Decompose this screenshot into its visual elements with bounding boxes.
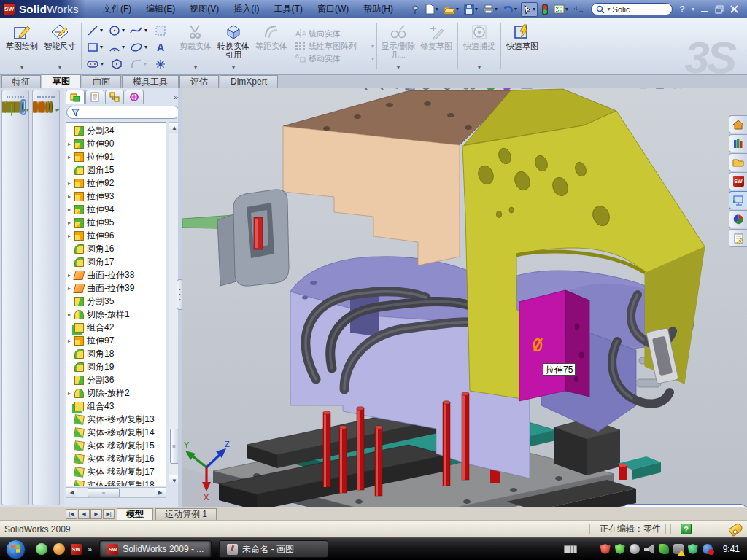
start-button[interactable]	[6, 540, 26, 559]
tree-item[interactable]: ▸实体-移动/复制16	[66, 452, 166, 465]
tree-item[interactable]: ▸切除-放样1	[66, 308, 166, 321]
tree-item[interactable]: ▸曲面-拉伸39	[66, 281, 166, 295]
more-tools-icon[interactable]: ..	[572, 2, 585, 17]
instant3d-button[interactable]	[23, 101, 24, 113]
volume-tray-icon[interactable]	[644, 544, 654, 554]
tree-item[interactable]: ▸分割36	[66, 373, 166, 386]
section-view-icon[interactable]	[404, 88, 416, 91]
design-library-tab[interactable]	[729, 134, 747, 152]
menu-file[interactable]: 文件(F)	[96, 1, 138, 18]
zoom-fit-icon[interactable]	[356, 88, 368, 91]
tree-item[interactable]: ▸分割35	[66, 295, 166, 308]
tree-item[interactable]: ▸实体-移动/复制13	[66, 413, 166, 426]
tab-features[interactable]: 特征	[1, 75, 41, 88]
guard-green-tray-icon[interactable]	[688, 544, 698, 554]
apply-scene-icon[interactable]: ▾	[500, 88, 517, 91]
undo-icon[interactable]: ▾	[501, 2, 519, 17]
select-region-icon[interactable]	[150, 22, 171, 39]
tree-item[interactable]: ▸组合43	[66, 400, 166, 413]
scroll-left-arrow[interactable]: ◀	[66, 488, 77, 497]
polygon-icon[interactable]	[106, 55, 128, 72]
shield-green-tray-icon[interactable]	[615, 544, 625, 554]
antivirus-tray-icon[interactable]	[600, 544, 611, 554]
move-entities-button[interactable]: 移动实体▾	[295, 53, 374, 64]
tree-item[interactable]: ▸圆角19	[66, 360, 166, 373]
tab-surfaces[interactable]: 曲面	[82, 75, 121, 88]
linear-sketch-pattern-button[interactable]: 线性草图阵列▾	[295, 41, 374, 52]
nav-first-button[interactable]: |◀	[66, 509, 77, 519]
display-delete-relations-button[interactable]: 显示/删除几...▾	[379, 20, 417, 72]
menu-edit[interactable]: 编辑(E)	[139, 1, 182, 18]
save-icon[interactable]: ▾	[462, 2, 479, 17]
tab-featuremanager[interactable]	[66, 90, 85, 104]
tab-propertymanager[interactable]	[85, 90, 104, 104]
pin-icon[interactable]	[409, 2, 422, 17]
security-quicklaunch-icon[interactable]	[53, 543, 65, 555]
tree-item[interactable]: ▸圆角17	[66, 255, 166, 268]
edit-appearance-icon[interactable]	[484, 88, 497, 91]
doc-restore-icon[interactable]	[656, 88, 666, 89]
tree-item[interactable]: ▸拉伸90	[66, 137, 166, 150]
custom-properties-tab[interactable]	[729, 229, 747, 247]
close-button[interactable]	[730, 5, 739, 14]
menu-tools[interactable]: 工具(T)	[268, 1, 309, 18]
rectangle-icon[interactable]: ▾	[84, 39, 106, 55]
doc-close-icon[interactable]	[673, 88, 683, 89]
taskbar-button-paint[interactable]: 未命名 - 画图	[219, 540, 328, 558]
tree-item[interactable]: ▸实体-移动/复制14	[66, 426, 166, 439]
sketch-fillet-icon[interactable]: ▾	[128, 55, 150, 72]
tree-item[interactable]: ▸拉伸92	[66, 176, 166, 190]
view-settings-icon[interactable]: ▾	[521, 88, 538, 90]
appearances-scenes-tab[interactable]	[729, 210, 747, 228]
tree-item[interactable]: ▸拉伸95	[66, 216, 166, 229]
view-palette-tab[interactable]	[729, 191, 747, 209]
update-tray-icon[interactable]	[630, 544, 640, 554]
nav-prev-button[interactable]: ◀	[78, 509, 90, 519]
quick-snaps-button[interactable]: 快速捕捉▾	[460, 20, 498, 72]
new-file-icon[interactable]: ▾	[424, 2, 440, 17]
options-list-icon[interactable]: ▾	[552, 2, 570, 17]
restore-button[interactable]	[715, 5, 724, 14]
quicklaunch-overflow-chevron[interactable]: »	[88, 545, 92, 553]
arc-icon[interactable]: ▾	[106, 39, 128, 55]
tree-item[interactable]: ▸分割34	[66, 124, 166, 137]
tree-item[interactable]: ▸组合42	[66, 321, 166, 334]
menu-window[interactable]: 窗口(W)	[311, 1, 355, 18]
tab-configurationmanager[interactable]	[105, 90, 124, 104]
print-icon[interactable]: ▾	[481, 2, 499, 17]
rapid-sketch-button[interactable]: 快速草图	[503, 20, 541, 72]
tree-horizontal-scrollbar[interactable]: ◀ ≡ ▶	[66, 487, 166, 498]
line-icon[interactable]: ▾	[84, 22, 106, 39]
toolbar-grip[interactable]	[7, 96, 24, 99]
menu-insert[interactable]: 插入(I)	[227, 1, 266, 18]
slot-icon[interactable]: ▾	[84, 55, 106, 72]
solidworks-resources-tab[interactable]	[729, 115, 747, 133]
tree-item[interactable]: ▸曲面-拉伸38	[66, 268, 166, 281]
toolbar-grip[interactable]	[37, 96, 55, 99]
view-orientation-icon[interactable]: ▾	[419, 88, 437, 91]
text-icon[interactable]: A	[150, 39, 171, 55]
tree-filter-input[interactable]	[66, 106, 180, 119]
tree-item[interactable]: ▸拉伸91	[66, 150, 166, 163]
model-canvas[interactable]: Y Z X	[182, 88, 747, 507]
convert-entities-button[interactable]: 转换实体引用▾	[214, 20, 252, 72]
taskbar-button-solidworks[interactable]: SW SolidWorks 2009 - ...	[99, 540, 212, 558]
solidworks-quicklaunch-icon[interactable]: SW	[71, 544, 82, 555]
sketch-button[interactable]: 草图绘制▾	[3, 20, 41, 72]
graphics-area[interactable]: Y Z X ▾ ▾ ▾ ▾ ▾ 拉伸75	[182, 88, 747, 507]
circle-icon[interactable]: ▾	[106, 22, 128, 39]
tree-item[interactable]: ▸圆角16	[66, 242, 166, 255]
repair-sketch-button[interactable]: 修复草图	[417, 20, 455, 72]
model-tab[interactable]: 模型	[117, 508, 153, 520]
open-icon[interactable]: ▾	[442, 2, 460, 17]
tab-sketch[interactable]: 草图	[42, 74, 81, 88]
network-speed-widget[interactable]: ↓0KB/S ↑0KB/S	[622, 504, 747, 507]
doc-minimize-icon[interactable]	[639, 88, 649, 89]
tree-item[interactable]: ▸实体-移动/复制17	[66, 465, 166, 478]
help-button[interactable]: ?	[680, 4, 685, 15]
display-style-icon[interactable]: ▾	[441, 88, 458, 91]
spline-icon[interactable]: ▾	[128, 22, 150, 39]
hide-show-items-icon[interactable]: ▾	[462, 88, 481, 90]
tag-icon[interactable]	[728, 521, 744, 536]
tree-item[interactable]: ▸圆角18	[66, 347, 166, 360]
